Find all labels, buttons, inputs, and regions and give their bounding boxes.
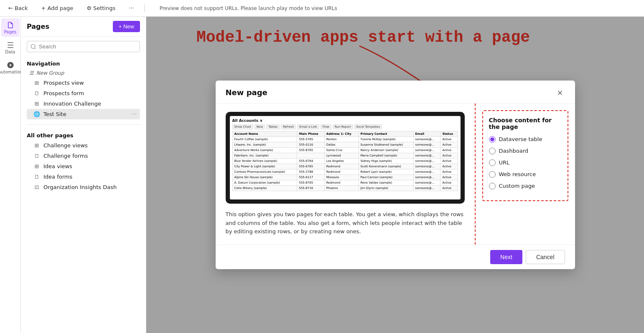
dashboard-icon-2: ⊡ (33, 184, 40, 190)
option-url[interactable]: URL (489, 159, 562, 166)
th-email: Email (413, 131, 440, 136)
pages-icon (7, 21, 14, 29)
new-group-label: ☰ New Group (27, 68, 140, 78)
search-input[interactable] (39, 43, 136, 50)
radio-url[interactable] (489, 159, 496, 166)
add-page-button[interactable]: + Add page (38, 3, 76, 13)
modal-footer: Next Cancel (216, 245, 575, 269)
all-other-pages-title: All other pages (27, 132, 140, 139)
nav-item-idea-forms[interactable]: 🗋 Idea forms (27, 172, 140, 182)
nav-item-prospects-form[interactable]: 🗋 Prospects form (27, 88, 140, 98)
website-icon: 🌐 (33, 111, 40, 117)
table-row: Alpine Ski House (sample)555-6117Missoul… (232, 174, 458, 180)
modal-overlay: New page × All Accounts ∨ Show Chart (146, 17, 644, 333)
table-row: Fabrikam, Inc. (sample)LynnwoodMaria Cam… (232, 153, 458, 158)
table-row: Litware, Inc. (sample)555-0116DallasSusa… (232, 142, 458, 147)
modal-body: All Accounts ∨ Show Chart New Tables Ref… (216, 103, 575, 245)
grid-icon-2: ⊞ (33, 142, 40, 149)
modal-description: This option gives you two pages for each… (226, 210, 465, 236)
toolbar-btn-4: Refresh (281, 124, 296, 129)
top-bar: ← Back + Add page ⚙ Settings ··· Preview… (0, 0, 644, 17)
table-row: Coho Winery (sample)555-8716PhoenixJim G… (232, 185, 458, 191)
table-row: City Power & Light (sample)555-6765Redmo… (232, 164, 458, 169)
toolbar-btn-3: Tables (266, 124, 280, 129)
content-area: Model-driven apps start with a page New … (146, 17, 644, 333)
preview-table: Account Name Main Phone Address 1: City … (232, 131, 458, 191)
new-page-modal: New page × All Accounts ∨ Show Chart (216, 81, 575, 269)
modal-header: New page × (216, 81, 575, 103)
th-status: Status (440, 131, 458, 136)
grid-icon-3: ⊞ (33, 163, 40, 169)
modal-left: All Accounts ∨ Show Chart New Tables Ref… (216, 103, 475, 245)
option-web-resource[interactable]: Web resource (489, 171, 562, 178)
back-button[interactable]: ← Back (5, 3, 31, 13)
data-icon (7, 41, 14, 49)
form-icon-2: 🗋 (33, 153, 40, 159)
nav-item-challenge-views[interactable]: ⊞ Challenge views (27, 140, 140, 151)
option-custom-page[interactable]: Custom page (489, 183, 562, 189)
toolbar-btn-7: Run Report (333, 124, 353, 129)
automation-icon (7, 61, 14, 69)
toolbar-btn-6: Flow (321, 124, 331, 129)
th-account-name: Account Name (232, 131, 297, 136)
sidebar-header: Pages + New (21, 17, 146, 37)
nav-item-org-insights-dash[interactable]: ⊡ Organization Insights Dash (27, 182, 140, 192)
preview-toolbar: Show Chart New Tables Refresh Email a Li… (232, 124, 458, 129)
toolbar-btn-1: Show Chart (232, 124, 253, 129)
nav-item-test-site[interactable]: 🌐 Test Site ··· (27, 109, 140, 119)
nav-item-challenge-forms[interactable]: 🗋 Challenge forms (27, 151, 140, 161)
settings-button[interactable]: ⚙ Settings (83, 3, 119, 13)
main-layout: Pages Data Automation Pages + New (0, 17, 644, 333)
sidebar: Pages + New Navigation ☰ New Group ⊞ Pro… (21, 17, 146, 333)
navigation-section: Navigation ☰ New Group ⊞ Prospects view … (21, 56, 146, 121)
radio-dashboard[interactable] (489, 148, 496, 154)
preview-screen: All Accounts ∨ Show Chart New Tables Ref… (230, 116, 461, 199)
search-box[interactable] (27, 41, 140, 52)
group-icon: ☰ (29, 70, 34, 76)
table-row: Contoso Pharmaceuticals (sample)555-2788… (232, 169, 458, 174)
modal-title: New page (226, 88, 267, 97)
nav-item-innovation-challenge[interactable]: ⊞ Innovation Challenge (27, 98, 140, 109)
modal-right: Choose content for the page Dataverse ta… (475, 103, 575, 245)
nav-item-idea-views[interactable]: ⊞ Idea views (27, 161, 140, 172)
sidebar-scroll: Navigation ☰ New Group ⊞ Prospects view … (21, 56, 146, 333)
th-city: Address 1: City (324, 131, 359, 136)
cancel-button[interactable]: Cancel (526, 250, 565, 264)
separator (144, 5, 145, 12)
preview-laptop: All Accounts ∨ Show Chart New Tables Ref… (226, 112, 465, 204)
sidebar-title: Pages (27, 23, 49, 30)
radio-web-resource[interactable] (489, 171, 496, 178)
th-main-phone: Main Phone (297, 131, 324, 136)
preview-screen-title: All Accounts ∨ (232, 119, 458, 123)
rail-automation[interactable]: Automation (1, 58, 20, 77)
radio-dataverse-table[interactable] (489, 136, 496, 143)
toolbar-btn-2: New (255, 124, 265, 129)
dashboard-icon-1: ⊞ (33, 101, 40, 107)
gear-icon: ⚙ (87, 5, 92, 11)
section-divider (27, 124, 140, 125)
back-arrow-icon: ← (8, 5, 13, 11)
radio-custom-page[interactable] (489, 183, 496, 189)
next-button[interactable]: Next (490, 250, 522, 264)
choose-content-panel: Choose content for the page Dataverse ta… (482, 110, 568, 201)
option-dataverse-table[interactable]: Dataverse table (489, 136, 562, 143)
grid-icon: ⊞ (33, 80, 40, 86)
icon-rail: Pages Data Automation (0, 17, 21, 333)
nav-item-more-button[interactable]: ··· (132, 111, 137, 117)
th-contact: Primary Contact (359, 131, 413, 136)
preview-screen-inner: All Accounts ∨ Show Chart New Tables Ref… (230, 116, 461, 194)
nav-item-prospects-view[interactable]: ⊞ Prospects view (27, 78, 140, 88)
toolbar-btn-5: Email a Link (297, 124, 319, 129)
table-row: Blue Yonder Airlines (sample)555-6764Los… (232, 158, 458, 164)
table-row: Adventure Works (sample)555-8765Santa Cr… (232, 147, 458, 153)
rail-pages[interactable]: Pages (1, 18, 20, 37)
table-row: Fourth Coffee (sample)555-5765RentonYvon… (232, 136, 458, 142)
toolbar-btn-8: Excel Templates (354, 124, 382, 129)
choose-content-title: Choose content for the page (489, 117, 562, 130)
more-button[interactable]: ··· (125, 3, 137, 13)
rail-data[interactable]: Data (1, 38, 20, 57)
new-button[interactable]: + New (113, 21, 140, 32)
all-other-pages-section: All other pages ⊞ Challenge views 🗋 Chal… (21, 128, 146, 194)
modal-close-button[interactable]: × (555, 87, 565, 98)
option-dashboard[interactable]: Dashboard (489, 148, 562, 154)
